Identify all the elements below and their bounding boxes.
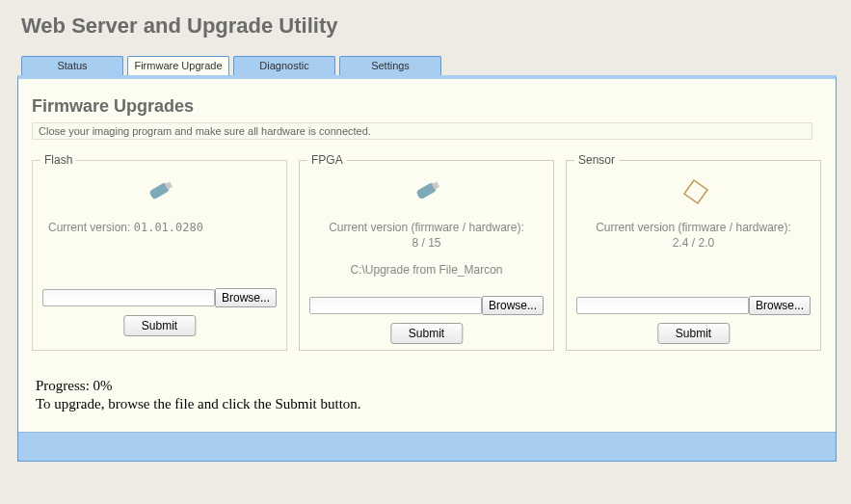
fpga-file-path: C:\Upgrade from File_Marcon (309, 263, 544, 277)
tab-firmware-upgrade[interactable]: Firmware Upgrade (127, 56, 229, 75)
firmware-panel: Firmware Upgrades Close your imaging pro… (17, 75, 837, 462)
fpga-version-label: Current version (firmware / hardware): (309, 221, 544, 234)
progress-label: Progress: 0% (36, 378, 822, 394)
flash-browse-button[interactable]: Browse... (215, 288, 277, 307)
progress-hint: To upgrade, browse the file and click th… (36, 396, 822, 412)
fpga-file-input[interactable] (309, 297, 482, 314)
sensor-browse-button[interactable]: Browse... (749, 296, 811, 315)
usb-drive-icon (309, 176, 544, 213)
flash-version-label: Current version: 01.01.0280 (48, 221, 277, 234)
card-fpga: FPGA Current version (firmware / hardwar… (299, 153, 554, 351)
card-sensor-legend: Sensor (574, 153, 619, 167)
svg-marker-4 (684, 180, 707, 203)
card-flash: Flash Current version: 01.01.0280 Br (32, 153, 287, 351)
instructions-text: Close your imaging program and make sure… (32, 122, 812, 140)
page-title: Web Server and Upgrade Utility (21, 13, 851, 39)
sensor-icon (576, 176, 811, 213)
sensor-version-value: 2.4 / 2.0 (576, 236, 811, 250)
sensor-submit-button[interactable]: Submit (657, 323, 730, 344)
usb-drive-icon (42, 176, 277, 213)
tab-diagnostic[interactable]: Diagnostic (233, 56, 335, 75)
sensor-file-input[interactable] (576, 297, 749, 314)
panel-footer-bar (18, 432, 836, 461)
flash-file-input[interactable] (42, 289, 215, 306)
flash-version-value: 01.01.0280 (134, 221, 203, 234)
fpga-version-value: 8 / 15 (309, 236, 544, 250)
card-flash-legend: Flash (40, 153, 76, 167)
flash-submit-button[interactable]: Submit (123, 315, 196, 336)
section-title: Firmware Upgrades (32, 96, 822, 117)
sensor-version-label: Current version (firmware / hardware): (576, 221, 811, 234)
tab-bar: Status Firmware Upgrade Diagnostic Setti… (21, 56, 851, 75)
tab-status[interactable]: Status (21, 56, 123, 75)
fpga-browse-button[interactable]: Browse... (482, 296, 544, 315)
progress-block: Progress: 0% To upgrade, browse the file… (36, 378, 822, 412)
fpga-submit-button[interactable]: Submit (390, 323, 463, 344)
card-fpga-legend: FPGA (307, 153, 347, 167)
card-sensor: Sensor Current version (firmware / hardw… (566, 153, 821, 351)
tab-settings[interactable]: Settings (339, 56, 441, 75)
